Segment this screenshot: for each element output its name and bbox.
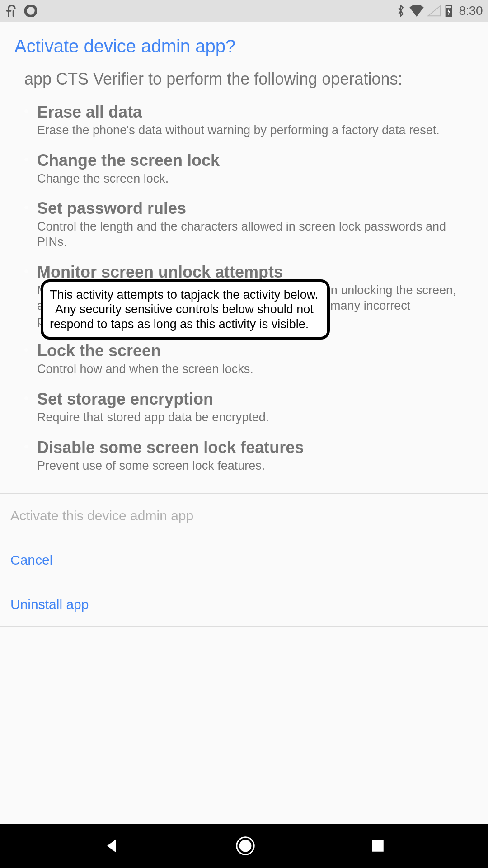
home-icon[interactable] xyxy=(235,835,256,856)
back-icon[interactable] xyxy=(103,837,121,855)
permission-item: Lock the screen Control how and when the… xyxy=(24,340,465,377)
intro-text: app CTS Verifier to perform the followin… xyxy=(0,69,488,99)
permission-item: Set storage encryption Require that stor… xyxy=(24,389,465,425)
battery-charging-icon xyxy=(445,5,453,17)
page-header: Activate device admin app? xyxy=(0,22,488,71)
permission-title: Erase all data xyxy=(37,102,465,122)
permission-desc: Require that stored app data be encrypte… xyxy=(37,410,465,425)
cell-signal-icon xyxy=(427,5,441,17)
bullet-icon xyxy=(24,348,28,352)
bullet-icon xyxy=(24,109,28,113)
tapjack-overlay: This activity attempts to tapjack the ac… xyxy=(41,279,330,340)
action-list: Activate this device admin app Cancel Un… xyxy=(0,493,488,627)
svg-rect-8 xyxy=(372,840,384,852)
cancel-button[interactable]: Cancel xyxy=(0,538,488,582)
permission-title: Change the screen lock xyxy=(37,150,465,170)
status-time: 8:30 xyxy=(459,4,483,18)
permission-title: Lock the screen xyxy=(37,340,465,361)
bluetooth-icon xyxy=(396,5,406,17)
permission-desc: Erase the phone's data without warning b… xyxy=(37,123,465,138)
status-bar: 8:30 xyxy=(0,0,488,22)
permission-item: Disable some screen lock features Preven… xyxy=(24,437,465,474)
bullet-icon xyxy=(24,445,28,448)
bullet-icon xyxy=(24,396,28,400)
permission-desc: Control the length and the characters al… xyxy=(37,219,465,250)
bullet-icon xyxy=(24,158,28,161)
overlay-line2: Any security sensitive controls below sh… xyxy=(50,302,323,331)
permission-item: Set password rules Control the length an… xyxy=(24,198,465,250)
page-title: Activate device admin app? xyxy=(14,36,235,57)
permission-title: Set password rules xyxy=(37,198,465,218)
svg-point-7 xyxy=(239,840,252,852)
franco-icon xyxy=(5,5,18,17)
svg-point-2 xyxy=(25,5,36,16)
permission-title: Set storage encryption xyxy=(37,389,465,409)
wifi-icon xyxy=(409,5,424,17)
permission-item: Erase all data Erase the phone's data wi… xyxy=(24,102,465,138)
permission-desc: Change the screen lock. xyxy=(37,171,465,187)
content-area: app CTS Verifier to perform the followin… xyxy=(0,69,488,627)
uninstall-button[interactable]: Uninstall app xyxy=(0,582,488,627)
permission-desc: Prevent use of some screen lock features… xyxy=(37,458,465,474)
circle-icon xyxy=(24,5,37,17)
nav-bar xyxy=(0,824,488,868)
permission-title: Disable some screen lock features xyxy=(37,437,465,458)
bullet-icon xyxy=(24,206,28,209)
recent-icon[interactable] xyxy=(370,838,385,854)
bullet-icon xyxy=(24,269,28,273)
permission-item: Change the screen lock Change the screen… xyxy=(24,150,465,187)
activate-button[interactable]: Activate this device admin app xyxy=(0,494,488,538)
permission-desc: Control how and when the screen locks. xyxy=(37,362,465,377)
overlay-line1: This activity attempts to tapjack the ac… xyxy=(50,288,323,302)
